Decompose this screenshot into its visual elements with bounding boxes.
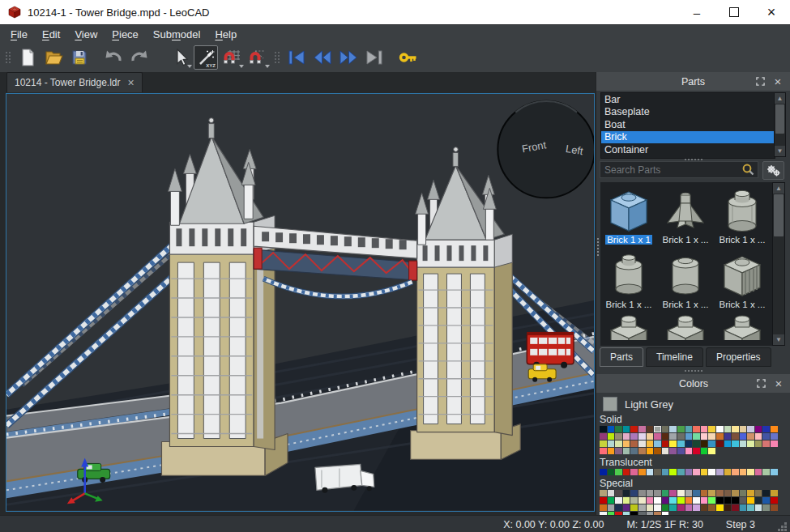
color-swatch[interactable] [732, 497, 739, 504]
color-swatch[interactable] [740, 490, 747, 496]
part-item[interactable] [714, 313, 771, 340]
menu-view[interactable]: View [67, 26, 105, 43]
toolbar-grip[interactable] [5, 48, 11, 67]
color-swatch[interactable] [654, 448, 661, 454]
color-swatch[interactable] [647, 490, 654, 496]
color-swatch[interactable] [654, 440, 661, 447]
color-swatch[interactable] [638, 504, 646, 511]
color-swatch[interactable] [762, 426, 770, 432]
color-swatch[interactable] [755, 426, 762, 432]
color-swatch[interactable] [615, 440, 622, 447]
color-swatch[interactable] [716, 433, 724, 440]
color-swatch[interactable] [732, 440, 739, 447]
color-swatch[interactable] [755, 490, 762, 496]
color-swatch[interactable] [623, 440, 630, 447]
color-swatch[interactable] [677, 490, 685, 496]
color-swatch[interactable] [623, 497, 630, 504]
color-swatch[interactable] [724, 490, 732, 496]
color-swatch[interactable] [716, 497, 724, 504]
color-swatch[interactable] [693, 504, 700, 511]
color-swatch[interactable] [762, 440, 770, 447]
color-swatch[interactable] [716, 426, 724, 432]
color-swatch[interactable] [762, 433, 770, 440]
color-swatch[interactable] [755, 440, 762, 447]
color-swatch[interactable] [732, 490, 739, 496]
tab-parts[interactable]: Parts [600, 347, 643, 367]
close-button[interactable]: × [753, 0, 790, 24]
color-swatch[interactable] [654, 497, 661, 504]
color-swatch[interactable] [747, 426, 754, 432]
color-swatch[interactable] [762, 497, 770, 504]
color-swatch[interactable] [740, 497, 747, 504]
color-swatch[interactable] [701, 497, 708, 504]
color-swatch[interactable] [693, 440, 700, 447]
color-swatch[interactable] [747, 504, 754, 511]
color-swatch[interactable] [623, 490, 630, 496]
color-swatch[interactable] [662, 497, 669, 504]
color-swatch[interactable] [747, 433, 754, 440]
color-swatch[interactable] [724, 426, 732, 432]
color-swatch[interactable] [654, 469, 661, 475]
color-swatch[interactable] [724, 433, 732, 440]
color-swatch[interactable] [669, 490, 677, 496]
color-swatch[interactable] [638, 440, 646, 447]
color-swatch[interactable] [623, 469, 630, 475]
color-swatch[interactable] [647, 440, 654, 447]
color-swatch[interactable] [630, 440, 638, 447]
splitter-handle[interactable] [596, 370, 790, 372]
snap-translations-button[interactable] [220, 45, 244, 70]
color-swatch[interactable] [771, 504, 778, 511]
scrollbar-thumb[interactable] [775, 104, 784, 134]
color-swatch[interactable] [693, 469, 700, 475]
snap-rotations-dropdown[interactable] [265, 65, 270, 68]
color-swatch[interactable] [693, 497, 700, 504]
color-swatch[interactable] [615, 433, 622, 440]
color-swatch[interactable] [654, 433, 661, 440]
color-swatch[interactable] [701, 426, 708, 432]
color-swatch[interactable] [600, 440, 607, 447]
color-swatch[interactable] [615, 497, 622, 504]
color-swatch[interactable] [701, 504, 708, 511]
float-panel-icon[interactable] [752, 374, 770, 393]
dock-splitter-handle[interactable] [596, 238, 600, 256]
color-swatch[interactable] [693, 490, 700, 496]
color-swatch[interactable] [623, 504, 630, 511]
next-step-button[interactable] [336, 45, 361, 70]
color-swatch[interactable] [600, 426, 607, 432]
color-swatch[interactable] [701, 433, 708, 440]
color-swatch[interactable] [762, 490, 770, 496]
close-panel-icon[interactable]: × [769, 72, 787, 91]
color-swatch[interactable] [771, 497, 778, 504]
part-item[interactable] [657, 313, 714, 340]
color-swatch[interactable] [623, 426, 630, 432]
color-swatch[interactable] [747, 497, 754, 504]
color-swatch[interactable] [701, 490, 708, 496]
color-swatch[interactable] [693, 426, 700, 432]
undo-button[interactable] [101, 45, 126, 70]
color-swatch[interactable] [630, 433, 638, 440]
color-swatch[interactable] [724, 497, 732, 504]
tab-close-icon[interactable]: × [128, 79, 135, 87]
color-swatch[interactable] [701, 469, 708, 475]
part-item[interactable]: Brick 1 x ... [657, 182, 714, 245]
color-swatch[interactable] [638, 426, 646, 432]
part-item[interactable]: Brick 1 x ... [657, 247, 714, 309]
color-swatch[interactable] [608, 426, 615, 432]
scroll-down-icon[interactable]: ▼ [773, 334, 784, 345]
color-swatch[interactable] [732, 469, 739, 475]
move-tool-button[interactable]: XYZ [194, 45, 218, 70]
scroll-up-icon[interactable]: ▲ [775, 93, 785, 104]
color-swatch[interactable] [677, 440, 685, 447]
window-resize-grip[interactable] [778, 522, 788, 532]
color-swatch[interactable] [615, 426, 622, 432]
selected-step-lock-button[interactable] [396, 45, 421, 70]
color-swatch[interactable] [662, 504, 669, 511]
color-swatch[interactable] [677, 469, 685, 475]
color-swatch[interactable] [615, 469, 622, 475]
color-swatch[interactable] [724, 469, 732, 475]
color-swatch[interactable] [724, 504, 732, 511]
color-swatch[interactable] [685, 504, 693, 511]
color-swatch[interactable] [600, 504, 607, 511]
document-tab[interactable]: 10214 - Tower Bridge.ldr × [6, 72, 143, 92]
color-swatch[interactable] [600, 448, 607, 454]
